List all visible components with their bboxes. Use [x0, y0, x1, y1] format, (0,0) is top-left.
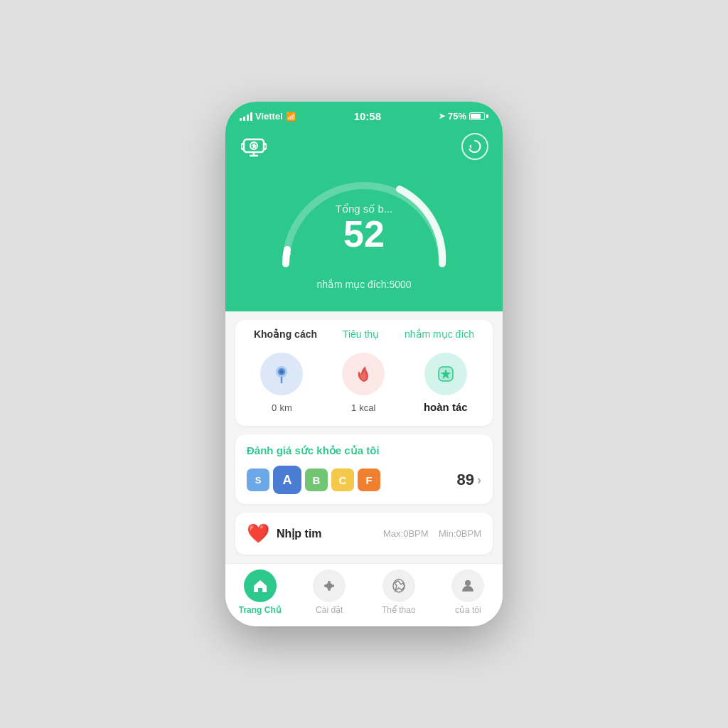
svg-text:☺: ☺: [324, 579, 334, 591]
home-icon: [244, 569, 277, 602]
cards-section: Khoảng cách Tiêu thụ nhắm mục đích: [225, 311, 503, 563]
health-row: S A B C F 89 ›: [247, 466, 481, 494]
svg-point-21: [465, 580, 471, 586]
nav-sports[interactable]: Thể thao: [374, 569, 424, 615]
heart-left: ❤️ Nhịp tim: [247, 523, 322, 545]
nav-home-label: Trang Chủ: [239, 605, 282, 615]
heart-rate-card[interactable]: ❤️ Nhịp tim Max:0BPM Min:0BPM: [235, 513, 493, 555]
stat-distance-value: 0 km: [272, 401, 292, 413]
stat-calories: 1 kcal: [342, 353, 385, 413]
gauge-container: Tổng số b... 52: [272, 168, 456, 267]
col-consumption: Tiêu thụ: [343, 328, 379, 340]
battery-percent: 75%: [448, 111, 466, 122]
heart-icon: ❤️: [247, 523, 269, 545]
status-right: ➤ 75%: [439, 111, 488, 122]
stat-distance: 0 km: [260, 353, 303, 413]
grade-a: A: [273, 466, 301, 494]
grade-s: S: [247, 469, 269, 491]
settings-icon: ☺: [313, 569, 346, 602]
heart-max: Max:0BPM: [383, 528, 429, 539]
stat-calories-value: 1 kcal: [351, 401, 376, 413]
signal-bars-icon: [240, 112, 252, 121]
location-arrow-icon: ➤: [439, 112, 445, 121]
health-title: Đánh giá sức khỏe của tôi: [247, 444, 481, 457]
stat-goal-value: hoàn tác: [424, 401, 468, 413]
carrier-label: Viettel: [255, 111, 283, 122]
trophy-icon[interactable]: ★: [240, 132, 268, 161]
nav-sports-label: Thể thao: [382, 605, 416, 615]
health-score[interactable]: 89 ›: [457, 471, 481, 489]
grade-f: F: [358, 469, 380, 491]
col-goal: nhắm mục đích: [405, 328, 474, 340]
stats-header: Khoảng cách Tiêu thụ nhắm mục đích: [241, 328, 487, 346]
battery-icon: [469, 112, 488, 120]
heart-min: Min:0BPM: [439, 528, 481, 539]
heart-stats: Max:0BPM Min:0BPM: [383, 528, 481, 539]
health-card: Đánh giá sức khỏe của tôi S A B C F 89 ›: [235, 434, 493, 504]
gauge-text: Tổng số b... 52: [336, 203, 393, 252]
wifi-icon: 📶: [286, 112, 296, 122]
chevron-right-icon: ›: [477, 473, 481, 488]
col-distance: Khoảng cách: [254, 328, 317, 340]
header: ★: [225, 127, 503, 161]
svg-marker-6: [469, 144, 471, 149]
gauge-target: nhắm mục đích:5000: [316, 279, 411, 290]
nav-profile-label: của tôi: [455, 605, 481, 615]
status-left: Viettel 📶: [240, 111, 296, 122]
profile-icon: [451, 569, 484, 602]
refresh-icon[interactable]: [461, 133, 488, 160]
bottom-nav: Trang Chủ ☺ Cài đặt: [225, 563, 503, 626]
gauge-section: Tổng số b... 52 nhắm mục đích:5000: [225, 161, 503, 311]
grade-badges: S A B C F: [247, 466, 380, 494]
nav-settings-label: Cài đặt: [316, 605, 343, 615]
stats-card: Khoảng cách Tiêu thụ nhắm mục đích: [235, 320, 493, 426]
gauge-value: 52: [336, 215, 393, 252]
goal-icon: [424, 353, 467, 395]
svg-text:★: ★: [251, 142, 258, 150]
sports-icon: [382, 569, 415, 602]
stats-row: 0 km 1 kcal: [241, 346, 487, 416]
nav-profile[interactable]: của tôi: [443, 569, 493, 615]
nav-settings[interactable]: ☺ Cài đặt: [304, 569, 354, 615]
time-label: 10:58: [354, 110, 381, 122]
status-bar: Viettel 📶 10:58 ➤ 75%: [225, 102, 503, 127]
phone-frame: Viettel 📶 10:58 ➤ 75%: [225, 102, 503, 626]
calories-icon: [342, 353, 385, 395]
heart-label: Nhịp tim: [277, 527, 322, 540]
distance-icon: [260, 353, 303, 395]
gauge-label: Tổng số b...: [336, 203, 393, 215]
grade-c: C: [331, 469, 354, 491]
stat-goal: hoàn tác: [424, 353, 468, 413]
nav-home[interactable]: Trang Chủ: [235, 569, 285, 615]
svg-point-10: [280, 370, 284, 374]
grade-b: B: [305, 469, 328, 491]
